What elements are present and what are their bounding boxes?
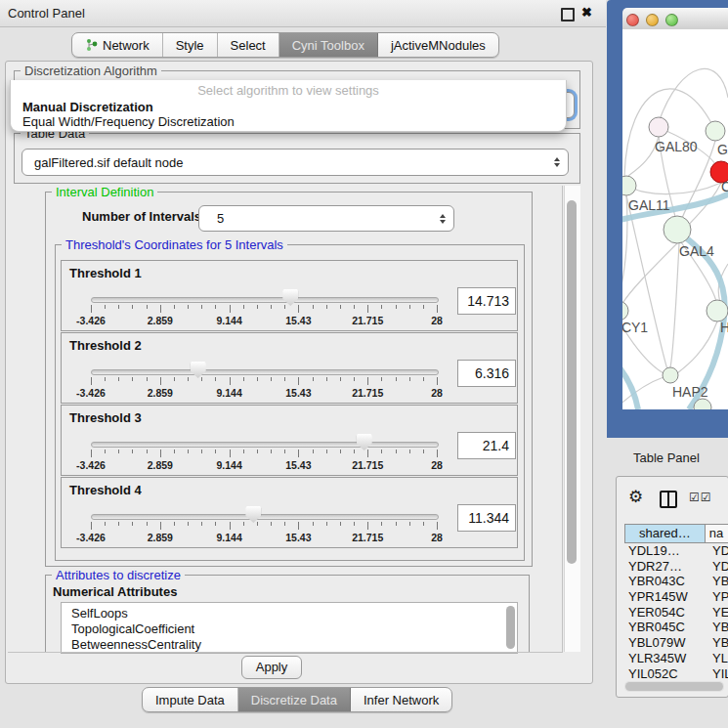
- panel-scrollbar-thumb[interactable]: [567, 200, 577, 564]
- tick-label: -3.426: [76, 387, 106, 399]
- threshold-panel-1: Threshold 1-3.4262.8599.14415.4321.71528…: [61, 260, 518, 331]
- slider-ticks: [91, 305, 437, 315]
- attribute-item-betweennesscentrality[interactable]: BetweennessCentrality: [62, 637, 517, 653]
- network-node[interactable]: [649, 117, 668, 137]
- tab-infer-network[interactable]: Infer Network: [351, 688, 451, 711]
- table-row[interactable]: YDL19…YDL1: [624, 543, 728, 559]
- network-graph: GAL80GACGAL11GAL4GCY1HHAP2: [622, 29, 728, 409]
- select-columns-checkbox-icons[interactable]: ☑☑: [689, 491, 712, 504]
- stepper-icon: [550, 157, 564, 167]
- tick-label: -3.426: [76, 315, 106, 326]
- network-node[interactable]: [663, 367, 678, 383]
- slider-thumb[interactable]: [245, 506, 261, 523]
- columns-icon[interactable]: [660, 491, 677, 508]
- network-canvas[interactable]: GAL80GACGAL11GAL4GCY1HHAP2: [622, 29, 728, 409]
- slider-track[interactable]: [91, 514, 439, 520]
- slider-track[interactable]: [91, 369, 439, 375]
- cell-shared-name: YBL079W: [624, 635, 712, 651]
- network-node[interactable]: [622, 301, 628, 321]
- tab-jactivemnodules[interactable]: jActiveMNodules: [378, 33, 498, 57]
- zoom-traffic-light[interactable]: [665, 14, 678, 26]
- table-row[interactable]: YBR043CYBR0: [624, 574, 728, 589]
- slider-track[interactable]: [91, 297, 439, 303]
- table-row[interactable]: YDR27…YDR2: [624, 559, 728, 575]
- slider-thumb[interactable]: [191, 362, 206, 378]
- threshold-value-field[interactable]: 21.4: [457, 432, 516, 459]
- tab-network[interactable]: Network: [72, 33, 163, 57]
- dropdown-option-manual-discretization[interactable]: Manual Discretization: [22, 100, 153, 114]
- dropdown-option-equal-width-frequency-discretization[interactable]: Equal Width/Frequency Discretization: [22, 114, 235, 129]
- node-label: GAL11: [628, 197, 670, 213]
- cell-shared-name: YBR045C: [624, 620, 712, 635]
- tab-label: Network: [103, 38, 150, 53]
- table-panel-title: Table Panel: [633, 450, 700, 465]
- cell-name: YPR1: [712, 589, 728, 605]
- tab-select[interactable]: Select: [218, 33, 279, 57]
- table-hscrollbar-track[interactable]: [624, 681, 724, 692]
- tick-label: 15.43: [285, 315, 311, 326]
- threshold-value-field[interactable]: 11.344: [457, 504, 516, 532]
- tick-label: -3.426: [76, 532, 106, 543]
- tab-discretize-data[interactable]: Discretize Data: [238, 688, 351, 711]
- table-row[interactable]: YPR145WYPR1: [624, 589, 728, 605]
- slider-thumb[interactable]: [282, 289, 298, 306]
- threshold-label: Threshold 3: [69, 410, 142, 425]
- close-traffic-light[interactable]: [626, 14, 639, 26]
- tab-cyni-toolbox[interactable]: Cyni Toolbox: [279, 33, 378, 57]
- network-node[interactable]: [707, 300, 728, 321]
- node-label: GA: [717, 142, 728, 157]
- table-row[interactable]: YBL079WYBL0: [624, 635, 728, 651]
- slider-ticks: [91, 450, 437, 459]
- minimize-traffic-light[interactable]: [646, 14, 659, 26]
- network-window-titlebar[interactable]: [622, 8, 728, 30]
- threshold-value-field[interactable]: 6.316: [457, 360, 516, 387]
- attribute-item-selfloops[interactable]: SelfLoops: [62, 606, 517, 621]
- node-label: H: [720, 320, 728, 335]
- table-row[interactable]: YIL052CYIL0: [624, 666, 728, 682]
- slider-thumb[interactable]: [357, 434, 372, 450]
- numerical-attributes-list[interactable]: SelfLoopsTopologicalCoefficientBetweenne…: [61, 602, 518, 654]
- node-label: HAP2: [672, 384, 708, 400]
- tab-impute-data[interactable]: Impute Data: [143, 688, 238, 711]
- tick-label: 9.144: [216, 532, 241, 543]
- attribute-item-topologicalcoefficient[interactable]: TopologicalCoefficient: [62, 621, 517, 637]
- apply-button[interactable]: Apply: [241, 656, 302, 679]
- cell-name: YDR2: [712, 559, 728, 575]
- tick-label: 21.715: [352, 315, 383, 326]
- edge: [626, 195, 667, 369]
- table-data-combo[interactable]: galFiltered.sif default node: [21, 149, 569, 176]
- column-header-name[interactable]: na: [706, 524, 728, 543]
- float-window-icon[interactable]: [561, 8, 575, 21]
- bottom-tab-bar: Impute DataDiscretize DataInfer Network: [142, 687, 452, 712]
- table-row[interactable]: YBR045CYBR0: [624, 620, 728, 635]
- tick-label: 15.43: [285, 387, 311, 399]
- tab-style[interactable]: Style: [163, 33, 218, 57]
- tick-label: 28: [431, 387, 443, 399]
- discretization-algorithm-legend: Discretization Algorithm: [21, 64, 161, 78]
- gear-icon[interactable]: ⚙: [628, 487, 643, 507]
- threshold-label: Threshold 1: [69, 266, 142, 280]
- slider-track[interactable]: [91, 442, 439, 448]
- table-row[interactable]: YER054CYER0: [624, 605, 728, 621]
- threshold-value-field[interactable]: 14.713: [457, 287, 516, 315]
- threshold-label: Threshold 4: [69, 483, 142, 497]
- cell-name: YBR0: [712, 620, 728, 635]
- close-icon[interactable]: ✖: [581, 5, 592, 20]
- network-node[interactable]: [706, 121, 725, 141]
- network-node[interactable]: [622, 176, 636, 195]
- cell-name: YER0: [712, 605, 728, 621]
- slider-ticks: [91, 522, 437, 532]
- network-node[interactable]: [664, 216, 691, 243]
- node-label: GAL4: [679, 243, 714, 259]
- node-label: GAL80: [655, 139, 698, 154]
- column-header-shared-name[interactable]: shared…: [624, 524, 706, 543]
- list-scrollbar-thumb[interactable]: [506, 606, 515, 649]
- node-table: shared… na YDL19…YDL1YDR27…YDR2YBR043CYB…: [624, 524, 728, 681]
- number-of-intervals-combo[interactable]: 5: [198, 205, 454, 232]
- edge: [659, 68, 728, 122]
- table-row[interactable]: YLR345WYLR3: [624, 651, 728, 666]
- tick-label: 2.859: [148, 532, 173, 543]
- slider-ticks: [91, 377, 437, 387]
- attributes-legend: Attributes to discretize: [52, 568, 185, 582]
- table-hscrollbar-thumb[interactable]: [625, 682, 723, 691]
